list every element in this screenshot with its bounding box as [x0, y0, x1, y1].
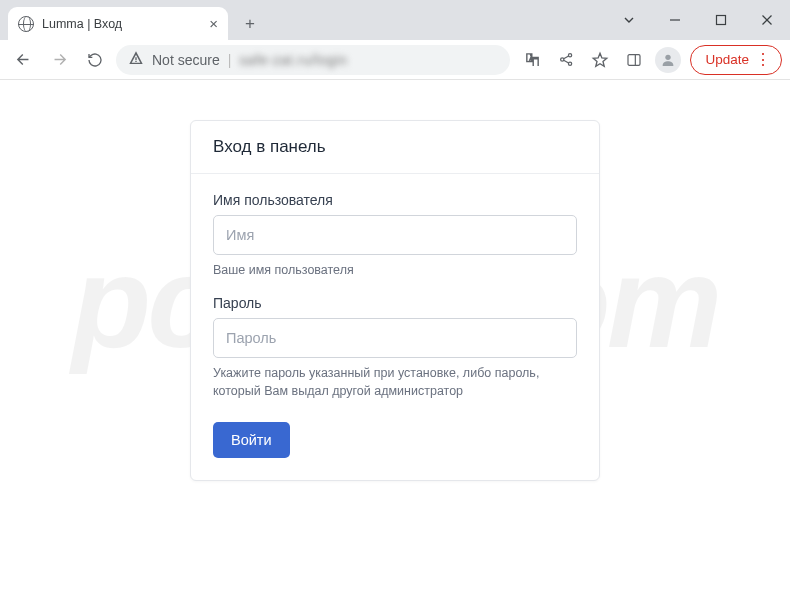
not-secure-label: Not secure	[152, 52, 220, 68]
svg-point-5	[568, 54, 571, 57]
browser-toolbar: Not secure | safe-zat.ru/login	[0, 40, 790, 80]
card-title: Вход в панель	[191, 121, 599, 174]
svg-point-9	[666, 54, 671, 59]
update-button[interactable]: Update ⋮	[690, 45, 782, 75]
login-card: Вход в панель Имя пользователя Ваше имя …	[190, 120, 600, 481]
maximize-button[interactable]	[698, 0, 744, 40]
reload-button[interactable]	[80, 45, 110, 75]
globe-icon	[18, 16, 34, 32]
address-url: safe-zat.ru/login	[239, 52, 347, 68]
tab-title: Lumma | Вход	[42, 17, 122, 31]
close-tab-icon[interactable]: ×	[209, 16, 218, 31]
password-help: Укажите пароль указанный при установке, …	[213, 364, 577, 400]
browser-tab[interactable]: Lumma | Вход ×	[8, 7, 228, 40]
login-button[interactable]: Войти	[213, 422, 290, 458]
username-label: Имя пользователя	[213, 192, 577, 208]
svg-point-4	[561, 58, 564, 61]
share-icon[interactable]	[550, 44, 582, 76]
close-window-button[interactable]	[744, 0, 790, 40]
back-button[interactable]	[8, 45, 38, 75]
svg-point-6	[568, 62, 571, 65]
tab-search-button[interactable]	[606, 0, 652, 40]
minimize-button[interactable]	[652, 0, 698, 40]
password-input[interactable]	[213, 318, 577, 358]
username-input[interactable]	[213, 215, 577, 255]
svg-rect-1	[717, 16, 726, 25]
translate-icon[interactable]	[516, 44, 548, 76]
username-help: Ваше имя пользователя	[213, 261, 577, 279]
password-label: Пароль	[213, 295, 577, 311]
side-panel-icon[interactable]	[618, 44, 650, 76]
not-secure-icon	[128, 50, 144, 69]
profile-avatar[interactable]	[652, 44, 684, 76]
forward-button[interactable]	[44, 45, 74, 75]
browser-titlebar: Lumma | Вход × +	[0, 0, 790, 40]
update-label: Update	[705, 52, 749, 67]
address-separator: |	[228, 52, 232, 68]
svg-rect-7	[628, 54, 640, 65]
address-bar[interactable]: Not secure | safe-zat.ru/login	[116, 45, 510, 75]
menu-dots-icon: ⋮	[755, 52, 771, 68]
bookmark-icon[interactable]	[584, 44, 616, 76]
new-tab-button[interactable]: +	[236, 10, 264, 38]
